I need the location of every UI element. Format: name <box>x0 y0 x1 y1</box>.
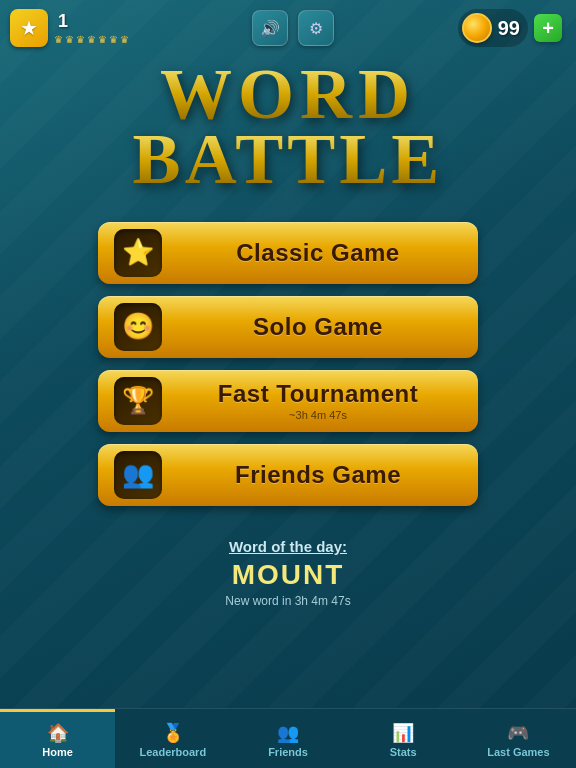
coin-count: 99 <box>498 17 520 40</box>
star-icon: ★ <box>20 16 38 40</box>
crown-2: ♛ <box>65 34 74 45</box>
level-section: ★ 1 ♛ ♛ ♛ ♛ ♛ ♛ ♛ <box>10 9 129 47</box>
menu-buttons: ⭐ Classic Game 😊 Solo Game 🏆 Fast Tourna… <box>98 222 478 506</box>
crown-7: ♛ <box>120 34 129 45</box>
leaderboard-tab-icon: 🏅 <box>162 722 184 744</box>
friends-tab-label: Friends <box>268 746 308 758</box>
top-bar: ★ 1 ♛ ♛ ♛ ♛ ♛ ♛ ♛ 🔊 ⚙ 99 + <box>0 0 576 52</box>
tab-stats[interactable]: 📊 Stats <box>346 709 461 768</box>
level-number: 1 <box>58 11 129 32</box>
crown-4: ♛ <box>87 34 96 45</box>
fast-tournament-timer: ~3h 4m 47s <box>289 409 347 421</box>
friends-game-icon: 👥 <box>114 451 162 499</box>
tab-leaderboard[interactable]: 🏅 Leaderboard <box>115 709 230 768</box>
coin-icon <box>462 13 492 43</box>
solo-game-button[interactable]: 😊 Solo Game <box>98 296 478 358</box>
tab-last-games[interactable]: 🎮 Last Games <box>461 709 576 768</box>
last-games-tab-label: Last Games <box>487 746 549 758</box>
word-of-day-section: Word of the day: MOUNT New word in 3h 4m… <box>225 538 350 608</box>
currency-section: 99 + <box>458 9 562 47</box>
classic-game-button[interactable]: ⭐ Classic Game <box>98 222 478 284</box>
leaderboard-tab-label: Leaderboard <box>139 746 206 758</box>
coins-display: 99 <box>458 9 528 47</box>
level-badge: ★ <box>10 9 48 47</box>
friends-tab-icon: 👥 <box>277 722 299 744</box>
word-of-day-timer: New word in 3h 4m 47s <box>225 594 350 608</box>
fast-tournament-content: Fast Tournament ~3h 4m 47s <box>174 380 462 421</box>
bottom-navigation: 🏠 Home 🏅 Leaderboard 👥 Friends 📊 Stats 🎮… <box>0 708 576 768</box>
level-info: 1 ♛ ♛ ♛ ♛ ♛ ♛ ♛ <box>54 11 129 45</box>
classic-game-icon: ⭐ <box>114 229 162 277</box>
classic-game-content: Classic Game <box>174 239 462 267</box>
game-logo: Word Battle <box>133 62 444 192</box>
last-games-tab-icon: 🎮 <box>507 722 529 744</box>
sound-button[interactable]: 🔊 <box>252 10 288 46</box>
solo-game-label: Solo Game <box>253 313 383 341</box>
friends-game-button[interactable]: 👥 Friends Game <box>98 444 478 506</box>
tab-home[interactable]: 🏠 Home <box>0 709 115 768</box>
home-tab-label: Home <box>42 746 73 758</box>
add-coins-button[interactable]: + <box>534 14 562 42</box>
crown-6: ♛ <box>109 34 118 45</box>
fast-tournament-icon: 🏆 <box>114 377 162 425</box>
fast-tournament-button[interactable]: 🏆 Fast Tournament ~3h 4m 47s <box>98 370 478 432</box>
settings-button[interactable]: ⚙ <box>298 10 334 46</box>
friends-game-label: Friends Game <box>235 461 401 489</box>
logo-battle: Battle <box>133 127 444 192</box>
crown-1: ♛ <box>54 34 63 45</box>
top-center-controls: 🔊 ⚙ <box>252 10 334 46</box>
solo-game-icon: 😊 <box>114 303 162 351</box>
logo-container: Word Battle <box>133 62 444 192</box>
home-tab-icon: 🏠 <box>47 722 69 744</box>
crown-5: ♛ <box>98 34 107 45</box>
solo-game-content: Solo Game <box>174 313 462 341</box>
fast-tournament-label: Fast Tournament <box>218 380 418 408</box>
word-of-day-word: MOUNT <box>225 559 350 591</box>
stats-tab-icon: 📊 <box>392 722 414 744</box>
main-content: Word Battle ⭐ Classic Game 😊 Solo Game 🏆… <box>0 52 576 608</box>
crowns-row: ♛ ♛ ♛ ♛ ♛ ♛ ♛ <box>54 34 129 45</box>
tab-friends[interactable]: 👥 Friends <box>230 709 345 768</box>
friends-game-content: Friends Game <box>174 461 462 489</box>
word-of-day-title: Word of the day: <box>225 538 350 555</box>
crown-3: ♛ <box>76 34 85 45</box>
stats-tab-label: Stats <box>390 746 417 758</box>
logo-word: Word <box>133 62 444 127</box>
classic-game-label: Classic Game <box>236 239 399 267</box>
